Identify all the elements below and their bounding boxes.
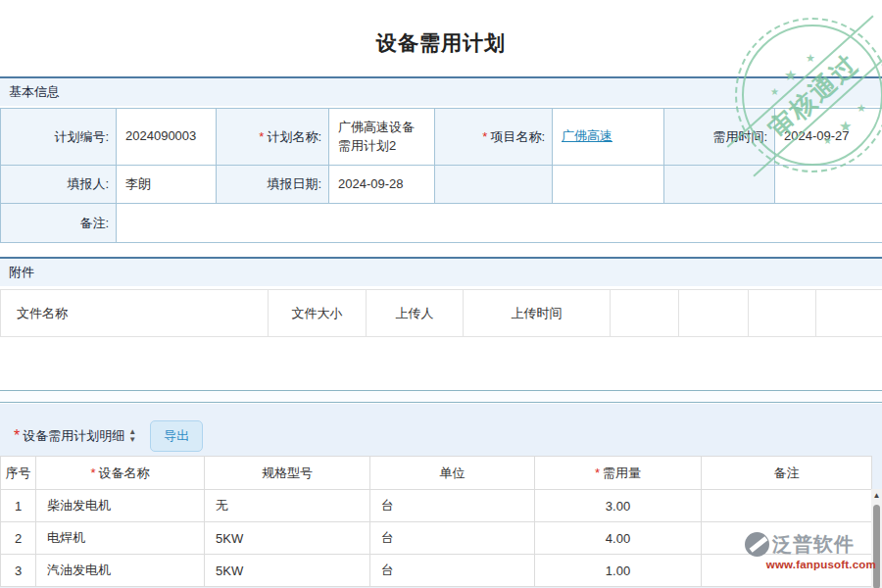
cell-seq: 2 [1,522,36,555]
table-row: 2 电焊机 5KW 台 4.00 [1,522,872,555]
basic-info-panel: 基本信息 计划编号: 2024090003 *计划名称: 广佛高速设备需用计划2… [0,76,882,243]
filler-label: 填报人: [67,176,109,191]
cell-equipment-name: 汽油发电机 [36,555,205,587]
plan-number-label: 计划编号: [54,129,109,144]
attach-col-uploadtime: 上传时间 [512,306,563,320]
cell-seq: 1 [1,490,36,522]
vendor-watermark-row: 泛普软件 [745,531,876,558]
required-icon: * [259,129,264,144]
cell-quantity: 1.00 [535,555,702,587]
basic-info-section-title: 基本信息 [9,83,60,101]
vendor-watermark: 泛普软件 www.fanpusoft.com [745,531,876,570]
page-title: 设备需用计划 [0,29,882,57]
fanpu-logo-icon [745,532,769,557]
col-seq: 序号 [6,466,31,480]
required-icon: * [482,129,487,144]
cell-quantity: 4.00 [535,522,702,555]
basic-info-form: 计划编号: 2024090003 *计划名称: 广佛高速设备需用计划2 *项目名… [0,108,882,243]
cell-spec-model: 无 [205,490,370,522]
detail-table: 序号 *设备名称 规格型号 单位 *需用量 备注 1 柴油发电机 无 台 3.0… [0,456,872,587]
form-row-1: 计划编号: 2024090003 *计划名称: 广佛高速设备需用计划2 *项目名… [1,109,882,166]
col-spec-model: 规格型号 [262,466,313,480]
need-time-value: 2024-09-27 [784,128,850,143]
col-unit: 单位 [440,466,466,480]
attachments-panel: 附件 文件名称 文件大小 上传人 上传时间 [0,257,882,390]
cell-seq: 3 [1,555,36,587]
attach-col-filename: 文件名称 [17,306,68,320]
table-row: 3 汽油发电机 5KW 台 1.00 [1,555,872,587]
col-remark: 备注 [774,466,800,480]
required-icon: * [14,427,20,445]
attachments-header-row: 文件名称 文件大小 上传人 上传时间 [1,290,882,337]
empty-value-cell [775,166,882,204]
cell-remark [702,490,872,522]
form-row-2: 填报人: 李朗 填报日期: 2024-09-28 [1,166,882,204]
project-name-label: 项目名称: [490,129,545,144]
form-row-3: 备注: [1,204,882,243]
plan-name-value: 广佛高速设备需用计划2 [338,120,415,153]
fill-date-label: 填报日期: [267,176,321,191]
col-quantity: 需用量 [603,466,641,480]
cell-spec-model: 5KW [205,522,370,555]
detail-section-title: 设备需用计划明细 [23,427,124,445]
detail-header-row: 序号 *设备名称 规格型号 单位 *需用量 备注 [1,457,872,490]
cell-spec-model: 5KW [205,555,370,587]
required-icon: * [90,466,95,480]
attach-col-uploader: 上传人 [396,306,434,320]
cell-unit: 台 [370,522,535,555]
attachments-empty-body [0,337,882,390]
plan-name-label: 计划名称: [267,129,321,144]
cell-equipment-name: 电焊机 [36,522,205,555]
attachments-footer-strip [0,390,882,403]
sort-toggle-icon[interactable]: ▲ ▼ [128,428,136,444]
export-button[interactable]: 导出 [150,420,203,452]
filler-value: 李朗 [125,176,151,191]
cell-unit: 台 [370,555,535,587]
attachments-section-title: 附件 [9,264,34,281]
cell-unit: 台 [370,490,535,522]
cell-quantity: 3.00 [535,490,702,522]
empty-label-cell [435,166,553,204]
cell-equipment-name: 柴油发电机 [36,490,205,522]
page: 设备需用计划 基本信息 计划编号: 2024090003 *计划名称: 广佛高速… [0,0,882,588]
vendor-name: 泛普软件 [772,531,855,558]
empty-label-cell [664,166,775,204]
need-time-label: 需用时间: [712,129,767,144]
scrollbar-up-icon[interactable]: ▲ [871,489,882,503]
detail-header: * 设备需用计划明细 ▲ ▼ 导出 [0,404,882,453]
col-equipment-name: 设备名称 [99,466,150,480]
sort-down-icon: ▼ [128,436,136,444]
basic-info-section-header: 基本信息 [0,76,882,106]
attachments-section-header: 附件 [0,257,882,286]
remark-label: 备注: [79,216,109,230]
attachments-table: 文件名称 文件大小 上传人 上传时间 [0,289,882,337]
vendor-url: www.fanpusoft.com [745,559,876,570]
project-name-link[interactable]: 广佛高速 [562,128,612,143]
required-icon: * [595,466,600,480]
empty-value-cell [553,166,664,204]
attach-col-filesize: 文件大小 [292,306,343,320]
plan-number-value: 2024090003 [125,128,196,143]
fill-date-value: 2024-09-28 [338,176,404,191]
table-row: 1 柴油发电机 无 台 3.00 [1,490,872,522]
